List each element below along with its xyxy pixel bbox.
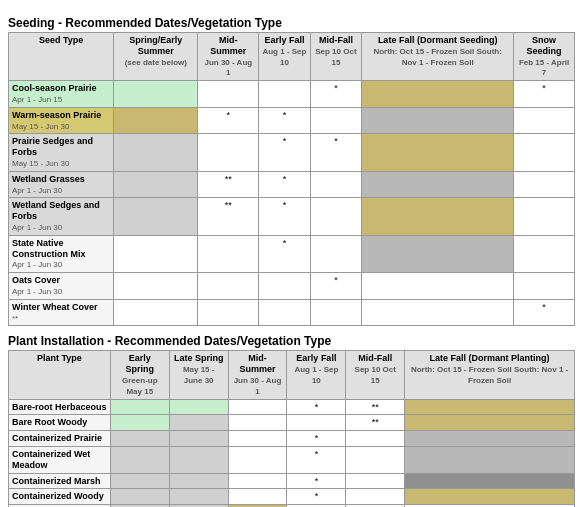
planting-cell [110,399,169,415]
seeding-cell: * [310,273,361,300]
planting-cell [169,489,228,505]
seeding-row-header: Wetland Sedges and ForbsApr 1 - Jun 30 [9,198,114,235]
seeding-table: Seed Type Spring/Early Summer (see date … [8,32,575,326]
early-fall-header: Early Fall Aug 1 - Sep 10 [259,33,310,81]
seeding-cell [114,171,198,198]
planting-mid-summer-header: Mid-Summer Jun 30 - Aug 1 [228,351,287,399]
planting-cell [110,489,169,505]
planting-cell [169,399,228,415]
planting-late-fall-header: Late Fall (Dormant Planting) North: Oct … [405,351,575,399]
planting-cell [110,415,169,431]
seeding-cell [310,235,361,272]
seeding-cell [362,171,514,198]
planting-cell [405,415,575,431]
planting-cell [228,415,287,431]
mid-fall-header: Mid-Fall Sep 10 Oct 15 [310,33,361,81]
seeding-cell [114,107,198,134]
seeding-cell [114,235,198,272]
seeding-section: Seeding - Recommended Dates/Vegetation T… [8,16,575,326]
planting-cell: ** [346,399,405,415]
planting-row-header: Bare Root Woody [9,415,111,431]
planting-cell [287,415,346,431]
seeding-cell: * [259,134,310,171]
seeding-cell [114,81,198,108]
seeding-cell: * [310,81,361,108]
planting-cell: * [287,489,346,505]
seeding-cell [114,134,198,171]
seeding-row-header: Oats CoverApr 1 - Jun 30 [9,273,114,300]
planting-row-header: Containerized Woody [9,489,111,505]
planting-cell [169,473,228,489]
seeding-cell [514,171,575,198]
seeding-cell [514,273,575,300]
planting-cell [346,431,405,447]
seeding-cell [310,299,361,326]
seeding-cell [259,299,310,326]
planting-cell [169,415,228,431]
seeding-cell [362,107,514,134]
seeding-cell: ** [198,171,259,198]
seeding-cell [310,198,361,235]
seeding-cell [362,81,514,108]
planting-cell [228,489,287,505]
seeding-cell [310,107,361,134]
planting-table: Plant Type Early Spring Green-up May 15 … [8,350,575,507]
planting-cell [346,489,405,505]
seeding-cell: * [310,134,361,171]
planting-cell [228,473,287,489]
planting-cell: * [287,399,346,415]
late-spring-header: Late Spring May 15 - June 30 [169,351,228,399]
planting-cell [405,489,575,505]
planting-row-header: Containerized Marsh [9,473,111,489]
seeding-cell [362,299,514,326]
snow-seeding-header: Snow Seeding Feb 15 - April 7 [514,33,575,81]
seeding-cell [114,198,198,235]
planting-section: Plant Installation - Recommended Dates/V… [8,334,575,507]
planting-cell [346,473,405,489]
seeding-cell: * [198,107,259,134]
planting-cell: * [287,431,346,447]
plant-type-header: Plant Type [9,351,111,399]
planting-cell [169,446,228,473]
seeding-cell: ** [198,198,259,235]
seeding-row-header: Prairie Sedges and ForbsMay 15 - Jun 30 [9,134,114,171]
seeding-cell [514,198,575,235]
early-spring-header: Early Spring Green-up May 15 [110,351,169,399]
planting-cell [110,431,169,447]
planting-cell [228,446,287,473]
planting-cell [110,473,169,489]
seeding-cell [362,198,514,235]
seeding-cell [362,273,514,300]
late-fall-header: Late Fall (Dormant Seeding) North: Oct 1… [362,33,514,81]
planting-cell [405,473,575,489]
seeding-cell [310,171,361,198]
seeding-cell: * [514,299,575,326]
seeding-cell: * [259,198,310,235]
seeding-cell [198,235,259,272]
planting-mid-fall-header: Mid-Fall Sep 10 Oct 15 [346,351,405,399]
seeding-cell [362,235,514,272]
seeding-row-header: Cool-season PrairieApr 1 - Jun 15 [9,81,114,108]
seeding-cell: * [259,171,310,198]
seeding-cell [514,134,575,171]
planting-cell [405,446,575,473]
planting-cell [405,431,575,447]
planting-cell [405,399,575,415]
planting-cell: ** [346,415,405,431]
planting-cell: * [287,473,346,489]
seeding-cell [259,273,310,300]
seeding-row-header: Warm-season PrairieMay 15 - Jun 30 [9,107,114,134]
mid-summer-header: Mid-Summer Jun 30 - Aug 1 [198,33,259,81]
seeding-cell [198,134,259,171]
seeding-cell: * [259,235,310,272]
seeding-cell [198,299,259,326]
planting-cell [228,399,287,415]
seeding-cell [198,273,259,300]
planting-cell [169,431,228,447]
planting-cell [346,446,405,473]
planting-cell [110,446,169,473]
planting-row-header: Containerized Prairie [9,431,111,447]
seed-type-header: Seed Type [9,33,114,81]
seeding-cell: * [514,81,575,108]
planting-early-fall-header: Early Fall Aug 1 - Sep 10 [287,351,346,399]
